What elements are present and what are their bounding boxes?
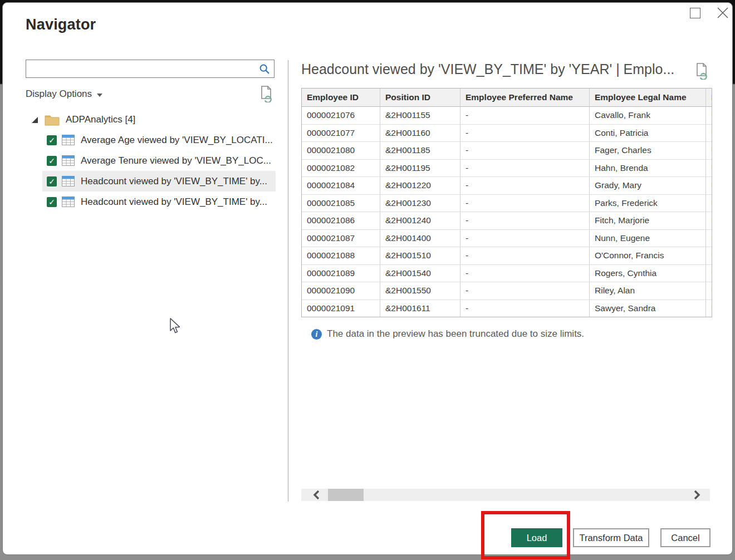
table-cell: - — [460, 247, 590, 264]
table-cell: 0000021091 — [302, 300, 380, 317]
table-row: 0000021087&2H001400-Nunn, EugeneU — [302, 230, 712, 248]
table-icon — [62, 176, 75, 186]
table-cell: 0000021082 — [302, 160, 380, 177]
table-cell: &2H001160 — [380, 125, 460, 142]
table-row: 0000021089&2H001540-Rogers, CynthiaU — [302, 265, 712, 283]
table-cell: U — [706, 125, 712, 142]
table-header-cell: Employee Preferred Name — [460, 89, 590, 106]
table-cell: &2H001185 — [380, 142, 460, 159]
table-cell: Conti, Patricia — [590, 125, 706, 142]
chevron-right-icon — [691, 489, 702, 500]
table-cell: &2H001240 — [380, 212, 460, 229]
folder-icon — [45, 114, 60, 126]
table-cell: Rogers, Cynthia — [590, 265, 706, 282]
folder-label: ADPAnalytics [4] — [66, 114, 135, 125]
close-button[interactable] — [716, 6, 730, 20]
table-header-cell: Employee ID — [302, 89, 380, 106]
refresh-list-button[interactable] — [260, 85, 275, 102]
truncation-notice: i The data in the preview has been trunc… — [311, 328, 584, 340]
table-cell: &2H001510 — [380, 247, 460, 264]
table-row: 0000021086&2H001240-Fitch, MarjorieU — [302, 212, 712, 230]
table-cell: 0000021084 — [302, 177, 380, 194]
chevron-left-icon — [311, 489, 322, 500]
tree-item-list: ✓ Average Age viewed by 'VIEW_BY_LOCATI.… — [42, 130, 276, 212]
search-icon[interactable] — [259, 63, 270, 77]
tree-item[interactable]: ✓ Average Tenure viewed by 'VIEW_BY_LOC.… — [42, 150, 276, 171]
checkbox-checked-icon[interactable]: ✓ — [47, 197, 57, 207]
tree-item[interactable]: ✓ Average Age viewed by 'VIEW_BY_LOCATI.… — [42, 130, 276, 150]
horizontal-scrollbar[interactable] — [301, 489, 710, 501]
table-icon — [62, 135, 75, 145]
preview-table: Employee IDPosition IDEmployee Preferred… — [301, 88, 712, 317]
table-header-cell: Employee Legal Name — [590, 89, 706, 106]
table-row: 0000021077&2H001160-Conti, PatriciaU — [302, 125, 712, 143]
table-cell: 0000021085 — [302, 195, 380, 212]
table-cell: &2H001155 — [380, 107, 460, 124]
table-cell: Sawyer, Sandra — [590, 300, 706, 317]
table-cell: U — [706, 300, 712, 317]
table-cell: - — [460, 212, 590, 229]
table-cell: - — [460, 107, 590, 124]
table-row: 0000021082&2H001195-Hahn, BrendaU — [302, 160, 712, 178]
table-cell: 0000021086 — [302, 212, 380, 229]
table-cell: Fager, Charles — [590, 142, 706, 159]
table-row: 0000021091&2H001611-Sawyer, SandraU — [302, 300, 712, 318]
truncation-message: The data in the preview has been truncat… — [327, 328, 584, 340]
table-cell: &2H001540 — [380, 265, 460, 282]
expanded-triangle-icon[interactable] — [32, 117, 38, 123]
table-cell: - — [460, 282, 590, 299]
search-input[interactable] — [30, 61, 255, 77]
checkbox-checked-icon[interactable]: ✓ — [47, 156, 57, 166]
scroll-left-arrow[interactable] — [311, 489, 322, 500]
display-options-dropdown[interactable]: Display Options — [26, 87, 102, 101]
table-cell: Hahn, Brenda — [590, 160, 706, 177]
tree-item-label: Average Tenure viewed by 'VIEW_BY_LOC... — [81, 155, 271, 166]
table-cell: U — [706, 212, 712, 229]
table-cell: - — [460, 195, 590, 212]
page-title: Navigator — [26, 16, 96, 33]
table-cell: 0000021080 — [302, 142, 380, 159]
table-cell: U — [706, 195, 712, 212]
table-cell: Parks, Frederick — [590, 195, 706, 212]
table-cell: - — [460, 177, 590, 194]
table-cell: &2H001611 — [380, 300, 460, 317]
table-cell: - — [460, 230, 590, 247]
table-icon — [62, 155, 75, 166]
table-cell: &2H001400 — [380, 230, 460, 247]
table-cell: 0000021087 — [302, 230, 380, 247]
table-cell: Grady, Mary — [590, 177, 706, 194]
tree-item-label: Headcount viewed by 'VIEW_BY_TIME' by... — [81, 197, 267, 208]
table-row: 0000021085&2H001230-Parks, FrederickU — [302, 195, 712, 213]
table-cell: U — [706, 265, 712, 282]
scrollbar-thumb[interactable] — [328, 489, 364, 501]
table-row: 0000021084&2H001220-Grady, MaryU — [302, 177, 712, 195]
maximize-button[interactable] — [690, 8, 700, 18]
checkbox-checked-icon[interactable]: ✓ — [47, 135, 57, 145]
scroll-right-arrow[interactable] — [691, 489, 702, 500]
table-cell: U — [706, 282, 712, 299]
tree-item[interactable]: ✓ Headcount viewed by 'VIEW_BY_TIME' by.… — [42, 171, 276, 191]
transform-data-button[interactable]: Transform Data — [573, 528, 649, 547]
table-cell: 0000021090 — [302, 282, 380, 299]
table-cell: U — [706, 107, 712, 124]
cancel-button[interactable]: Cancel — [660, 528, 710, 547]
tree-item[interactable]: ✓ Headcount viewed by 'VIEW_BY_TIME' by.… — [42, 191, 276, 212]
table-cell: U — [706, 177, 712, 194]
table-cell: O'Connor, Francis — [590, 247, 706, 264]
tree-item-label: Average Age viewed by 'VIEW_BY_LOCATI... — [81, 135, 273, 146]
table-cell: &2H001550 — [380, 282, 460, 299]
refresh-preview-button[interactable] — [695, 62, 710, 80]
table-cell: &2H001195 — [380, 160, 460, 177]
table-cell: &2H001220 — [380, 177, 460, 194]
tree-folder-row[interactable]: ADPAnalytics [4] — [26, 111, 135, 129]
display-options-label: Display Options — [26, 89, 92, 100]
table-cell: U — [706, 142, 712, 159]
table-row: 0000021076&2H001155-Cavallo, FrankU — [302, 107, 712, 125]
load-button[interactable]: Load — [511, 528, 562, 547]
table-cell: U — [706, 247, 712, 264]
tree-item-label: Headcount viewed by 'VIEW_BY_TIME' by... — [81, 176, 267, 187]
table-row: 0000021080&2H001185-Fager, CharlesU — [302, 142, 712, 160]
table-cell: - — [460, 160, 590, 177]
table-row: 0000021088&2H001510-O'Connor, FrancisU — [302, 247, 712, 265]
checkbox-checked-icon[interactable]: ✓ — [47, 176, 57, 186]
